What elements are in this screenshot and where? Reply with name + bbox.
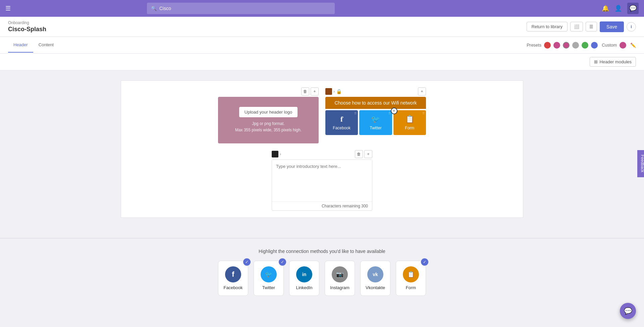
user-icon[interactable]: 👤 bbox=[614, 5, 622, 12]
social-buttons-row: ⠿ 𝐟 Facebook ⠿ 🐦 Twitter ✏ ⠿ 📋 Form bbox=[325, 110, 426, 135]
wifi-chevron-icon: › bbox=[333, 89, 335, 94]
wifi-block: › 🔒 + Choose how to access our Wifi netw… bbox=[325, 87, 426, 143]
linkedin-method-label: LinkedIn bbox=[296, 285, 312, 290]
facebook-icon: 𝐟 bbox=[340, 115, 343, 124]
bottom-section: Highlight the connection methods you'd l… bbox=[0, 238, 644, 306]
form-check: ✓ bbox=[421, 258, 428, 266]
editor-row-1: 🗑 + Upload your header logo Jpg or png f… bbox=[128, 87, 516, 143]
custom-label: Custom bbox=[602, 43, 617, 48]
upload-logo-area: Upload your header logo Jpg or png forma… bbox=[218, 97, 319, 143]
twitter-drag-icon: ⠿ bbox=[388, 112, 391, 115]
custom-color-dot[interactable] bbox=[620, 42, 626, 49]
instagram-circle-icon: 📷 bbox=[332, 266, 348, 282]
header-actions: Return to library ⬜ ☰ Save i bbox=[527, 21, 636, 32]
twitter-icon: 🐦 bbox=[371, 115, 380, 124]
form-social-btn[interactable]: ✏ ⠿ 📋 Form bbox=[393, 110, 426, 135]
text-block: › 🗑 + Characters remaining 300 bbox=[272, 150, 372, 211]
header-bar: Onboarding Cisco-Splash Return to librar… bbox=[0, 17, 644, 37]
grid-icon: ⊞ bbox=[594, 59, 598, 64]
form-edit-icon[interactable]: ✏ bbox=[391, 108, 397, 114]
return-to-library-button[interactable]: Return to library bbox=[527, 22, 568, 31]
text-area-block: Characters remaining 300 bbox=[272, 159, 372, 211]
text-chevron-icon: › bbox=[280, 152, 281, 156]
eyedropper-icon[interactable]: ✏️ bbox=[630, 43, 636, 48]
method-twitter[interactable]: ✓ 🐦 Twitter bbox=[254, 261, 284, 296]
delete-upload-logo-button[interactable]: 🗑 bbox=[301, 87, 309, 95]
upload-logo-toolbar: 🗑 + bbox=[218, 87, 319, 95]
modules-bar: ⊞ Header modules bbox=[0, 54, 644, 70]
upload-logo-block: 🗑 + Upload your header logo Jpg or png f… bbox=[218, 87, 319, 143]
add-text-button[interactable]: + bbox=[364, 150, 372, 158]
hamburger-icon[interactable]: ☰ bbox=[5, 5, 11, 12]
intro-text-input[interactable] bbox=[272, 160, 372, 200]
upload-format-text: Jpg or png format. Max 355 pixels wide, … bbox=[225, 121, 312, 133]
connection-methods-row: ✓ f Facebook ✓ 🐦 Twitter in LinkedIn 📷 bbox=[8, 261, 636, 296]
nav-search-text: Cisco bbox=[159, 6, 171, 11]
twitter-check: ✓ bbox=[279, 258, 286, 266]
main-content: 🗑 + Upload your header logo Jpg or png f… bbox=[0, 70, 644, 238]
wifi-title: Choose how to access our Wifi network bbox=[325, 97, 426, 109]
wifi-block-toolbar: › 🔒 + bbox=[325, 87, 426, 95]
info-button[interactable]: i bbox=[627, 22, 636, 31]
add-wifi-button[interactable]: + bbox=[418, 87, 426, 95]
method-form[interactable]: ✓ 📋 Form bbox=[396, 261, 426, 296]
twitter-method-label: Twitter bbox=[262, 285, 275, 290]
facebook-social-btn[interactable]: ⠿ 𝐟 Facebook bbox=[325, 110, 358, 135]
chat-nav-icon[interactable]: 💬 bbox=[627, 3, 639, 14]
facebook-circle-icon: f bbox=[225, 266, 241, 282]
delete-text-button[interactable]: 🗑 bbox=[355, 150, 363, 158]
preset-dot-4[interactable] bbox=[572, 42, 579, 49]
preset-dot-3[interactable] bbox=[563, 42, 570, 49]
search-icon: 🔍 bbox=[151, 6, 157, 11]
form-label: Form bbox=[405, 126, 414, 130]
breadcrumb-section: Onboarding Cisco-Splash bbox=[8, 20, 521, 33]
method-vkontakte[interactable]: vk Vkontakte bbox=[360, 261, 390, 296]
linkedin-circle-icon: in bbox=[296, 266, 312, 282]
save-button[interactable]: Save bbox=[600, 21, 624, 32]
page-title: Cisco-Splash bbox=[8, 26, 521, 33]
desktop-view-button[interactable]: ⬜ bbox=[570, 22, 583, 31]
twitter-social-btn[interactable]: ⠿ 🐦 Twitter bbox=[359, 110, 392, 135]
header-modules-button[interactable]: ⊞ Header modules bbox=[590, 57, 636, 67]
twitter-label: Twitter bbox=[370, 126, 381, 130]
wifi-lock-icon: 🔒 bbox=[336, 89, 342, 94]
form-method-label: Form bbox=[406, 285, 416, 290]
method-facebook[interactable]: ✓ f Facebook bbox=[218, 261, 248, 296]
method-instagram[interactable]: 📷 Instagram bbox=[325, 261, 355, 296]
nav-search-bar[interactable]: 🔍 Cisco bbox=[147, 3, 335, 14]
presets-section: Presets Custom ✏️ bbox=[527, 42, 636, 49]
vkontakte-method-label: Vkontakte bbox=[366, 285, 385, 290]
mobile-view-button[interactable]: ☰ bbox=[586, 22, 597, 31]
form-drag-icon: ⠿ bbox=[422, 112, 425, 115]
nav-right-icons: 🔔 👤 💬 bbox=[602, 3, 639, 14]
preset-dot-6[interactable] bbox=[591, 42, 598, 49]
method-linkedin[interactable]: in LinkedIn bbox=[289, 261, 319, 296]
twitter-circle-icon: 🐦 bbox=[261, 266, 277, 282]
preset-dot-5[interactable] bbox=[582, 42, 588, 49]
form-circle-icon: 📋 bbox=[403, 266, 419, 282]
facebook-label: Facebook bbox=[333, 126, 351, 130]
tabs-bar: Header Content Presets Custom ✏️ bbox=[0, 37, 644, 54]
tab-content[interactable]: Content bbox=[33, 38, 59, 53]
breadcrumb: Onboarding bbox=[8, 20, 521, 25]
connection-methods-title: Highlight the connection methods you'd l… bbox=[8, 249, 636, 254]
facebook-drag-icon: ⠿ bbox=[354, 112, 357, 115]
text-color-indicator[interactable] bbox=[272, 151, 278, 157]
wifi-color-indicator[interactable] bbox=[325, 88, 332, 95]
header-modules-label: Header modules bbox=[600, 59, 632, 64]
upload-logo-button[interactable]: Upload your header logo bbox=[239, 107, 298, 117]
bell-icon[interactable]: 🔔 bbox=[602, 5, 609, 12]
tab-header[interactable]: Header bbox=[8, 38, 33, 53]
feedback-button[interactable]: Feedback bbox=[638, 150, 644, 177]
editor-canvas: 🗑 + Upload your header logo Jpg or png f… bbox=[121, 80, 523, 218]
vkontakte-circle-icon: vk bbox=[367, 266, 383, 282]
editor-row-2: › 🗑 + Characters remaining 300 bbox=[128, 150, 516, 211]
presets-label: Presets bbox=[527, 43, 541, 48]
preset-dot-1[interactable] bbox=[544, 42, 551, 49]
preset-dot-2[interactable] bbox=[553, 42, 560, 49]
text-block-toolbar: › 🗑 + bbox=[272, 150, 372, 158]
form-icon: 📋 bbox=[405, 115, 414, 124]
char-remaining: Characters remaining 300 bbox=[272, 201, 372, 210]
top-navigation: ☰ 🔍 Cisco 🔔 👤 💬 bbox=[0, 0, 644, 17]
add-upload-logo-button[interactable]: + bbox=[311, 87, 319, 95]
